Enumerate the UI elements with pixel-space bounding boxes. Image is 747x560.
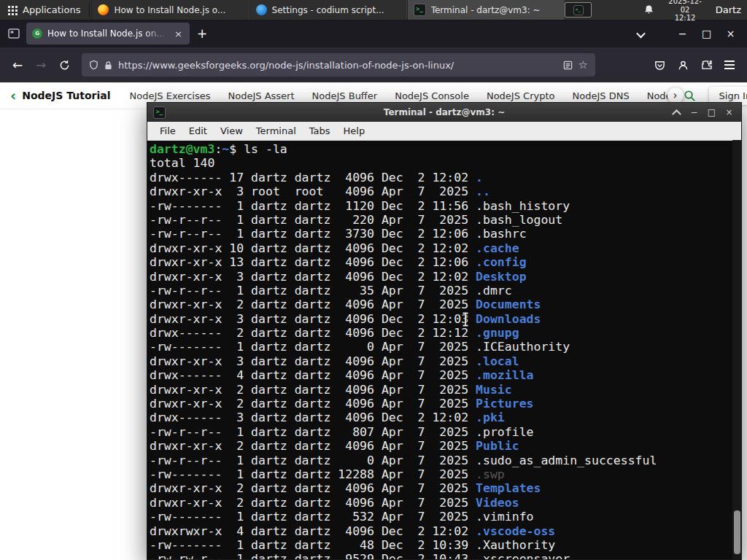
lock-icon[interactable] [104,61,112,70]
menu-hamburger-icon[interactable] [718,53,741,77]
site-nav-link[interactable]: NodeJS Crypto [487,90,555,101]
terminal-menu-bar: FileEditViewTerminalTabsHelp [147,122,741,141]
minimize-button[interactable]: − [689,107,700,117]
reader-view-icon[interactable] [563,61,573,70]
terminal-window-title: Terminal - dartz@vm3: ~ [147,107,741,117]
clock-date: 2025-12-02 [664,0,705,14]
toolbar-right-icons [648,53,741,77]
browser-toolbar: ← → https://www.geeksforgeeks.org/node-j… [0,47,747,82]
workspace-switcher[interactable]: >_ [565,2,592,18]
menu-item[interactable]: View [214,124,249,138]
codium-icon [256,4,267,15]
firefox-view-icon[interactable] [4,24,23,43]
tab-close-icon[interactable]: × [173,28,184,39]
panel-user-label[interactable]: Dartz [716,4,743,15]
terminal-icon: >_ [414,4,426,16]
minimize-button[interactable]: − [670,20,694,47]
terminal-output[interactable]: dartz@vm3:~$ ls -latotal 140drwx------ 1… [147,141,741,559]
list-all-tabs-icon[interactable] [630,27,651,41]
taskbar-button-firefox[interactable]: How to Install Node.js o... [91,0,249,20]
menu-item[interactable]: Tabs [303,124,337,138]
url-text[interactable]: https://www.geeksforgeeks.org/node-js/in… [118,60,557,71]
applications-grid-icon [7,5,18,15]
terminal-title-bar[interactable]: Terminal - dartz@vm3: ~ >_ − □ × [147,103,741,122]
applications-label: Applications [23,4,80,15]
scrollbar-thumb[interactable] [734,510,740,554]
nav-next-chevron-icon[interactable]: › [667,88,684,104]
back-button[interactable]: ← [6,53,29,77]
close-button[interactable]: × [724,107,735,117]
terminal-scrollbar[interactable] [732,140,741,559]
terminal-icon: >_ [573,5,584,15]
forward-button: → [29,53,53,77]
nav-back-chevron-icon[interactable]: ‹ [10,88,16,103]
maximize-button[interactable]: □ [706,107,717,117]
tab-title: How to Install Node.js on... [47,28,168,39]
shade-icon[interactable] [671,107,682,117]
top-panel: Applications How to Install Node.js o...… [0,0,747,20]
bookmark-star-icon[interactable]: ☆ [578,58,588,71]
taskbar-button-codium[interactable]: Settings - codium script... [249,0,407,20]
terminal-icon: >_ [153,106,166,119]
terminal-window: Terminal - dartz@vm3: ~ >_ − □ × FileEdi… [147,102,742,560]
search-icon[interactable] [684,90,696,102]
close-button[interactable]: × [719,20,743,47]
notification-bell-icon[interactable] [643,4,654,15]
shield-icon[interactable] [89,60,98,70]
nav-brand[interactable]: NodeJS Tutorial [22,90,110,101]
site-nav-link[interactable]: NodeJS DNS [573,90,630,101]
menu-item[interactable]: Help [337,124,372,138]
site-nav-link[interactable]: NodeJS Exercises [130,90,211,101]
taskbar-button-terminal[interactable]: >_ Terminal - dartz@vm3: ~ [407,0,565,20]
site-nav-link[interactable]: NodeJS Console [395,90,469,101]
site-nav-link[interactable]: NodeJS Assert [228,90,295,101]
panel-tray: >_ 2025-12-02 12:12 Dartz [565,0,747,20]
url-bar[interactable]: https://www.geeksforgeeks.org/node-js/in… [82,53,595,77]
site-nav-link[interactable]: NodeJS Buffer [312,90,378,101]
menu-item[interactable]: File [153,124,182,138]
menu-item[interactable]: Edit [182,124,214,138]
clock-time: 12:12 [664,14,705,23]
firefox-icon [98,4,109,15]
panel-separator [89,2,90,18]
pocket-icon[interactable] [648,53,671,77]
panel-clock[interactable]: 2025-12-02 12:12 [664,0,705,23]
browser-tab-bar: G How to Install Node.js on... × + − □ × [0,20,747,47]
site-nav-items: NodeJS ExercisesNodeJS AssertNodeJS Buff… [130,90,672,101]
geeksforgeeks-favicon: G [32,28,42,39]
menu-item[interactable]: Terminal [249,124,303,138]
account-icon[interactable] [671,53,694,77]
applications-menu-button[interactable]: Applications [0,0,88,20]
reload-button[interactable] [53,53,76,77]
browser-window-controls: − □ × [670,20,743,47]
new-tab-button[interactable]: + [190,26,214,41]
maximize-button[interactable]: □ [694,20,719,47]
browser-tab-active[interactable]: G How to Install Node.js on... × [26,23,190,44]
extensions-icon[interactable] [694,53,718,77]
terminal-window-controls: − □ × [671,107,741,117]
